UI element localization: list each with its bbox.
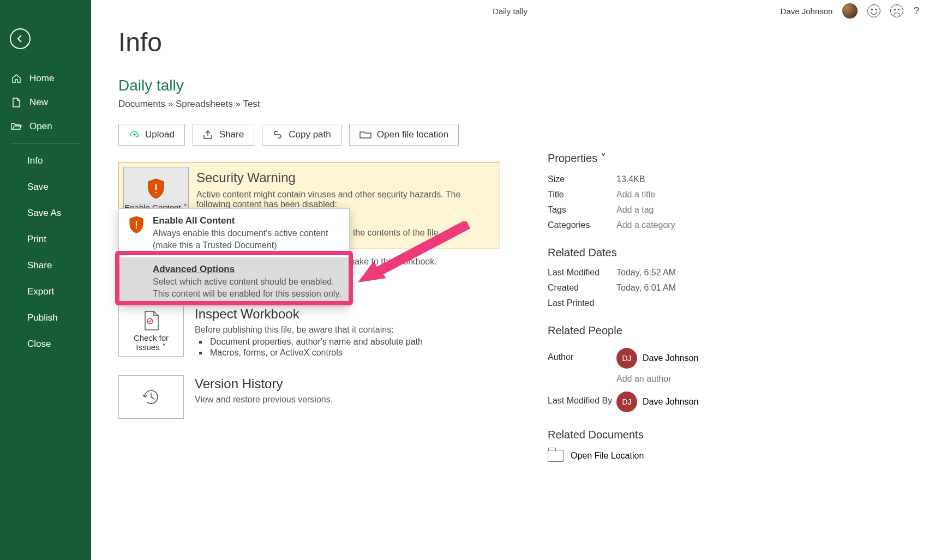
enable-all-title: Enable All Content [153, 215, 341, 226]
nav-print[interactable]: Print [0, 226, 91, 252]
enable-all-desc-1: Always enable this document's active con… [153, 227, 341, 239]
nav-save-as[interactable]: Save As [0, 200, 91, 226]
prop-modified-label: Last Modified [548, 268, 616, 278]
feedback-sad-icon[interactable] [890, 4, 903, 17]
help-button[interactable]: ? [913, 5, 919, 17]
share-button[interactable]: Share [193, 124, 254, 146]
advanced-options-desc-1: Select which active content should be en… [153, 276, 341, 288]
shield-icon [146, 178, 166, 200]
document-icon [11, 97, 22, 108]
avatar-badge-icon: DJ [616, 348, 637, 369]
prop-title-value[interactable]: Add a title [616, 190, 655, 200]
cloud-upload-icon [129, 130, 140, 139]
share-icon [203, 130, 214, 140]
modified-by-person[interactable]: DJ Dave Johnson [616, 392, 698, 412]
backstage-sidebar: Home New Open Info Save Save As Print Sh… [0, 0, 91, 560]
link-icon [272, 130, 283, 139]
prop-categories-label: Categories [548, 220, 616, 230]
prop-created-value: Today, 6:01 AM [616, 283, 676, 293]
inspect-lead: Before publishing this file, be aware th… [195, 325, 500, 335]
folder-icon [359, 130, 371, 139]
open-location-label: Open file location [377, 129, 448, 140]
prop-modified-value: Today, 6:52 AM [616, 268, 676, 278]
nav-open[interactable]: Open [0, 115, 91, 139]
advanced-options-title: Advanced Options [153, 264, 341, 275]
history-icon [141, 387, 161, 407]
action-bar: Upload Share Copy path Open file locatio… [118, 124, 929, 146]
prop-size-label: Size [548, 174, 616, 184]
upload-label: Upload [145, 129, 175, 140]
open-file-location-link[interactable]: Open File Location [571, 451, 644, 461]
related-people-header: Related People [548, 324, 733, 337]
properties-panel: Properties ˅ Size13.4KB TitleAdd a title… [548, 152, 733, 467]
related-dates-header: Related Dates [548, 246, 733, 259]
prop-tags-label: Tags [548, 205, 616, 215]
version-lead: View and restore previous versions. [195, 395, 500, 405]
file-name: Daily tally [118, 77, 929, 94]
user-avatar-icon[interactable] [842, 3, 858, 19]
inspect-item-1: Document properties, author's name and a… [208, 337, 500, 347]
document-title: Daily tally [493, 7, 528, 16]
inspect-item-2: Macros, forms, or ActiveX controls [208, 348, 500, 358]
page-title: Info [118, 27, 929, 57]
warning-text: Active content might contain viruses and… [196, 190, 489, 209]
copy-path-button[interactable]: Copy path [262, 124, 341, 146]
prop-tags-value[interactable]: Add a tag [616, 205, 654, 215]
prop-title-label: Title [548, 190, 616, 200]
nav-export[interactable]: Export [0, 279, 91, 305]
breadcrumb: Documents » Spreadsheets » Test [118, 99, 929, 110]
author-name: Dave Johnson [643, 353, 698, 363]
enable-all-desc-2: (make this a Trusted Document) [153, 239, 341, 251]
nav-publish[interactable]: Publish [0, 305, 91, 331]
enable-content-menu: Enable All Content Always enable this do… [118, 208, 350, 306]
related-documents-header: Related Documents [548, 429, 733, 441]
protect-text-fragment: make to this workbook. [347, 249, 437, 267]
copy-path-label: Copy path [289, 129, 331, 140]
folder-open-icon [11, 121, 22, 132]
prop-size-value: 13.4KB [616, 174, 645, 184]
check-issues-label-1: Check for [134, 333, 169, 342]
inspect-title: Inspect Workbook [195, 306, 500, 322]
nav-home[interactable]: Home [0, 67, 91, 91]
advanced-options-desc-2: This content will be enabled for this se… [153, 288, 341, 300]
nav-save[interactable]: Save [0, 174, 91, 200]
prop-categories-value[interactable]: Add a category [616, 220, 675, 230]
share-label: Share [219, 129, 244, 140]
home-icon [11, 73, 22, 84]
version-history-button[interactable] [118, 375, 184, 419]
upload-button[interactable]: Upload [118, 124, 185, 146]
check-issues-label-2: Issues ˅ [136, 342, 166, 352]
user-name[interactable]: Dave Johnson [781, 7, 833, 16]
nav-home-label: Home [29, 73, 54, 84]
document-check-icon [142, 310, 160, 331]
nav-new-label: New [29, 97, 48, 108]
warning-title: Security Warning [196, 170, 489, 185]
prop-printed-label: Last Printed [548, 298, 616, 308]
feedback-happy-icon[interactable] [867, 4, 880, 17]
prop-modified-by-label: Last Modified By [548, 396, 616, 406]
warning-trust-fragment: st the contents of the file. [344, 228, 489, 238]
nav-info[interactable]: Info [0, 148, 91, 174]
check-issues-button[interactable]: Check for Issues ˅ [118, 305, 184, 357]
back-button[interactable] [10, 28, 31, 49]
modified-by-name: Dave Johnson [643, 397, 698, 407]
nav-new[interactable]: New [0, 91, 91, 115]
version-title: Version History [195, 376, 500, 392]
open-location-button[interactable]: Open file location [349, 124, 459, 146]
author-person[interactable]: DJ Dave Johnson [616, 348, 698, 369]
shield-icon [128, 215, 145, 234]
nav-share[interactable]: Share [0, 252, 91, 279]
properties-header[interactable]: Properties ˅ [548, 152, 733, 165]
prop-author-label: Author [548, 352, 616, 362]
prop-created-label: Created [548, 283, 616, 293]
folder-icon [548, 450, 564, 462]
advanced-options-option[interactable]: Advanced Options Select which active con… [119, 257, 349, 306]
enable-all-content-option[interactable]: Enable All Content Always enable this do… [119, 209, 349, 257]
nav-close[interactable]: Close [0, 331, 91, 357]
add-author-link[interactable]: Add an author [616, 374, 672, 384]
title-bar: Daily tally Dave Johnson ? [91, 0, 929, 22]
avatar-badge-icon: DJ [616, 392, 637, 412]
nav-open-label: Open [29, 121, 52, 132]
nav-separator [11, 143, 80, 143]
